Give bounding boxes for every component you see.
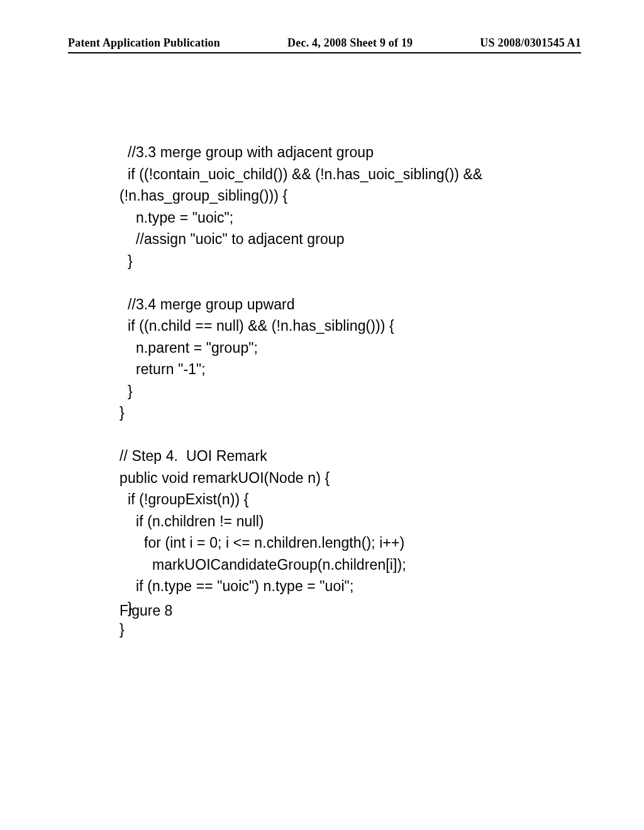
page-header: Patent Application Publication Dec. 4, 2… bbox=[68, 36, 581, 53]
header-right: US 2008/0301545 A1 bbox=[480, 36, 581, 50]
header-left: Patent Application Publication bbox=[68, 36, 220, 50]
header-center: Dec. 4, 2008 Sheet 9 of 19 bbox=[287, 36, 413, 50]
code-block: //3.3 merge group with adjacent group if… bbox=[119, 141, 560, 641]
figure-label: Figure 8 bbox=[119, 602, 172, 619]
page: Patent Application Publication Dec. 4, 2… bbox=[0, 0, 644, 830]
